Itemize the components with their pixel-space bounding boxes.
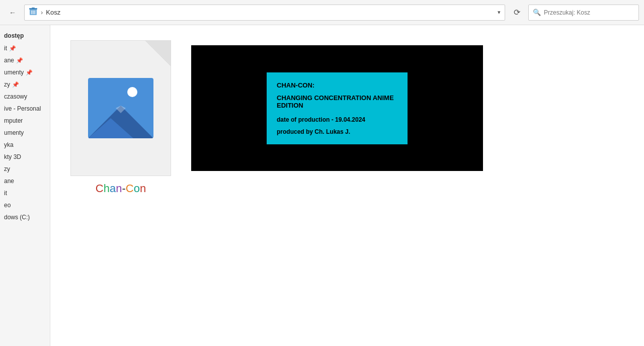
content-area: Chan-Con CHAN-CON: CHANGING CONCENTRATIO… xyxy=(50,25,644,346)
sidebar-item-czasowy[interactable]: czasowy xyxy=(0,91,50,103)
sidebar-item-it2[interactable]: it xyxy=(0,187,50,199)
sidebar-item-zy[interactable]: zy 📌 xyxy=(0,78,50,91)
sidebar-item-it[interactable]: it 📌 xyxy=(0,42,50,54)
pin-icon: 📌 xyxy=(16,57,23,64)
svg-rect-2 xyxy=(32,8,35,9)
sidebar-item-mputer[interactable]: mputer xyxy=(0,115,50,127)
sidebar-item-label: ane xyxy=(4,57,14,64)
pin-icon: 📌 xyxy=(9,45,16,52)
sidebar-item-yka[interactable]: yka xyxy=(0,139,50,151)
file-container[interactable]: Chan-Con xyxy=(70,40,171,195)
back-button[interactable]: ← xyxy=(5,5,20,20)
sidebar-item-label: kty 3D xyxy=(4,153,21,160)
file-image-icon xyxy=(88,78,153,138)
sidebar-item-label: umenty xyxy=(4,129,24,136)
sidebar-item-label: mputer xyxy=(4,117,23,124)
refresh-icon: ⟳ xyxy=(514,8,520,17)
sidebar-item-ane2[interactable]: ane xyxy=(0,175,50,187)
sidebar-item-label: ive - Personal xyxy=(4,105,41,112)
preview-title: CHAN-CON: xyxy=(277,81,397,89)
path-chevron-icon[interactable]: ▾ xyxy=(498,9,501,16)
sidebar: dostęp it 📌 ane 📌 umenty 📌 zy 📌 czasowy … xyxy=(0,25,50,346)
sidebar-item-label: ane xyxy=(4,178,14,185)
sidebar-item-label: it xyxy=(4,45,7,52)
search-icon: 🔍 xyxy=(533,9,541,16)
preview-card: CHAN-CON: CHANGING CONCENTRATION ANIME E… xyxy=(267,72,408,144)
sidebar-item-kty3d[interactable]: kty 3D xyxy=(0,151,50,163)
sidebar-item-label: czasowy xyxy=(4,93,27,100)
home-icon xyxy=(29,7,38,18)
search-input[interactable] xyxy=(544,9,634,16)
sidebar-item-label: yka xyxy=(4,141,14,148)
refresh-button[interactable]: ⟳ xyxy=(509,5,524,20)
path-text: Kosz xyxy=(46,9,60,16)
address-bar: ← › Kosz ▾ ⟳ 🔍 xyxy=(0,0,644,25)
sidebar-item-umenty2[interactable]: umenty xyxy=(0,127,50,139)
sidebar-item-label: zy xyxy=(4,165,10,172)
preview-date: date of production - 19.04.2024 xyxy=(277,116,397,123)
back-icon: ← xyxy=(9,9,16,17)
search-box[interactable]: 🔍 xyxy=(528,5,639,21)
sidebar-item-label: dows (C:) xyxy=(4,214,30,221)
sidebar-item-label: it xyxy=(4,190,7,197)
preview-producer: produced by Ch. Lukas J. xyxy=(277,128,397,135)
pin-icon: 📌 xyxy=(26,69,33,76)
address-path[interactable]: › Kosz ▾ xyxy=(24,5,505,21)
preview-panel: CHAN-CON: CHANGING CONCENTRATION ANIME E… xyxy=(191,45,483,171)
pin-icon: 📌 xyxy=(12,81,19,88)
sidebar-item-zy2[interactable]: zy xyxy=(0,163,50,175)
mountain-icon xyxy=(88,101,153,138)
preview-subtitle: CHANGING CONCENTRATION ANIME EDITION xyxy=(277,94,397,109)
sidebar-section-header: dostęp xyxy=(0,29,50,42)
sidebar-item-label: zy xyxy=(4,81,10,88)
main-area: dostęp it 📌 ane 📌 umenty 📌 zy 📌 czasowy … xyxy=(0,25,644,346)
file-thumbnail xyxy=(70,40,171,176)
path-separator: › xyxy=(41,9,43,16)
sidebar-item-ane[interactable]: ane 📌 xyxy=(0,54,50,66)
sidebar-item-drive-personal[interactable]: ive - Personal xyxy=(0,103,50,115)
sidebar-item-dows-c[interactable]: dows (C:) xyxy=(0,211,50,223)
file-name: Chan-Con xyxy=(96,182,146,195)
sidebar-item-eo[interactable]: eo xyxy=(0,199,50,211)
sun-icon xyxy=(127,87,137,97)
sidebar-item-label: eo xyxy=(4,202,11,209)
sidebar-item-label: umenty xyxy=(4,69,24,76)
sidebar-item-umenty[interactable]: umenty 📌 xyxy=(0,66,50,78)
